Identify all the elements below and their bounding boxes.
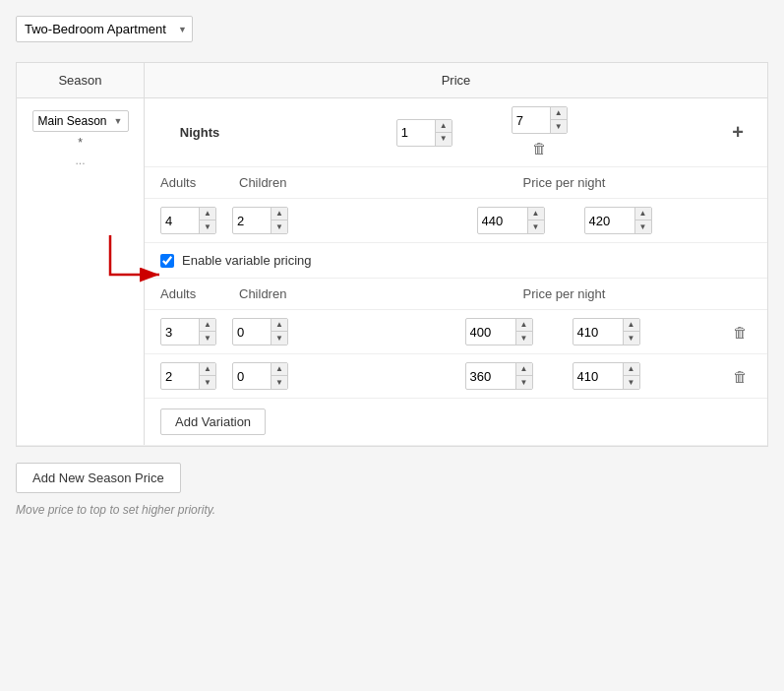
var-adults-label: Adults: [160, 286, 239, 301]
var-0-ac: ▲ ▼ ▲ ▼: [160, 318, 377, 346]
nights-max-up[interactable]: ▲: [551, 107, 567, 120]
page-container: Two-Bedroom Apartment One-Bedroom Apartm…: [16, 16, 768, 517]
nights-min-spinner[interactable]: ▲ ▼: [396, 119, 452, 147]
var-1-adults-input[interactable]: [161, 366, 199, 387]
var-0-price2-input[interactable]: [573, 322, 623, 343]
add-nights-range-button[interactable]: +: [724, 121, 752, 144]
var-0-adults-spinner[interactable]: ▲ ▼: [160, 318, 216, 346]
var-1-price2-down[interactable]: ▼: [624, 376, 639, 389]
price-per-night-label: Price per night: [377, 175, 752, 190]
base-children-spinner[interactable]: ▲ ▼: [232, 207, 288, 234]
var-0-price2-down[interactable]: ▼: [624, 332, 639, 345]
hint-text: Move price to top to set higher priority…: [16, 503, 768, 517]
var-0-adults-down[interactable]: ▼: [200, 332, 215, 345]
nights-min-input[interactable]: [397, 122, 435, 143]
base-children-input[interactable]: [233, 211, 271, 231]
base-children-spinners: ▲ ▼: [271, 208, 287, 233]
season-dropdown[interactable]: Main Season: [32, 110, 129, 132]
var-1-adults-down[interactable]: ▼: [200, 376, 215, 389]
base-price2-spinner[interactable]: ▲ ▼: [584, 207, 652, 234]
base-price2-down[interactable]: ▼: [635, 220, 651, 233]
add-variation-button[interactable]: Add Variation: [160, 408, 266, 435]
base-price-inputs: ▲ ▼ ▲ ▼: [377, 207, 752, 234]
var-1-delete-button[interactable]: 🗑: [729, 366, 752, 387]
nights-delete-button[interactable]: 🗑: [528, 138, 551, 158]
ac-header-labels: Adults Children: [160, 175, 377, 190]
var-0-price1-input[interactable]: [466, 322, 515, 343]
var-1-adults-spinners: ▲ ▼: [199, 363, 215, 389]
var-1-children-down[interactable]: ▼: [271, 376, 287, 389]
base-price2-input[interactable]: [585, 211, 634, 231]
season-dropdown-wrap: Main Season: [32, 110, 129, 132]
base-adults-up[interactable]: ▲: [200, 208, 215, 220]
var-0-adults-spinners: ▲ ▼: [199, 319, 215, 345]
var-0-price1-down[interactable]: ▼: [516, 332, 532, 345]
season-right: Nights ▲ ▼: [145, 98, 767, 445]
var-1-children-input[interactable]: [233, 366, 271, 387]
base-values-row: ▲ ▼ ▲ ▼: [145, 199, 767, 243]
var-0-price2-up[interactable]: ▲: [624, 319, 639, 332]
base-adults-input[interactable]: [161, 211, 199, 231]
main-table-container: Season Price Main Season * ... Nights: [16, 62, 768, 447]
children-label: Children: [239, 175, 337, 190]
season-left: Main Season * ...: [17, 98, 145, 445]
var-1-price1-input[interactable]: [466, 366, 515, 387]
nights-max-spinner[interactable]: ▲ ▼: [512, 106, 568, 134]
var-1-children-spinner[interactable]: ▲ ▼: [232, 362, 288, 390]
var-0-delete-wrap: 🗑: [728, 322, 752, 343]
var-0-children-down[interactable]: ▼: [271, 332, 287, 345]
var-1-price1-down[interactable]: ▼: [516, 376, 532, 389]
add-variation-section: Add Variation: [145, 399, 767, 445]
season-dots: ...: [75, 154, 85, 167]
table-header: Season Price: [17, 63, 767, 98]
base-price1-down[interactable]: ▼: [528, 220, 544, 233]
var-0-children-input[interactable]: [233, 322, 271, 343]
var-1-price2-spinner[interactable]: ▲ ▼: [573, 362, 640, 390]
apartment-dropdown-wrap: Two-Bedroom Apartment One-Bedroom Apartm…: [16, 16, 193, 42]
var-1-prices: ▲ ▼ ▲ ▼: [377, 362, 728, 390]
apartment-dropdown[interactable]: Two-Bedroom Apartment One-Bedroom Apartm…: [16, 16, 193, 42]
base-adults-down[interactable]: ▼: [200, 220, 215, 233]
base-adults-spinner[interactable]: ▲ ▼: [160, 207, 216, 234]
var-0-delete-button[interactable]: 🗑: [729, 322, 752, 343]
base-price1-input[interactable]: [478, 211, 527, 231]
var-1-ac: ▲ ▼ ▲ ▼: [160, 362, 377, 390]
var-1-adults-up[interactable]: ▲: [200, 363, 215, 376]
base-price2-spinners: ▲ ▼: [634, 208, 651, 233]
nights-section: Nights ▲ ▼: [145, 98, 767, 167]
nights-label: Nights: [160, 125, 239, 140]
var-1-adults-spinner[interactable]: ▲ ▼: [160, 362, 216, 390]
var-1-price2-up[interactable]: ▲: [624, 363, 639, 376]
var-0-children-up[interactable]: ▲: [271, 319, 287, 332]
var-0-price1-up[interactable]: ▲: [516, 319, 532, 332]
nights-range: ▲ ▼ ▲ ▼ 🗑: [255, 106, 708, 158]
var-0-price2-spinner[interactable]: ▲ ▼: [573, 318, 640, 346]
var-1-price2-input[interactable]: [573, 366, 623, 387]
variation-row-0: ▲ ▼ ▲ ▼: [145, 310, 767, 354]
var-children-label: Children: [239, 286, 337, 301]
base-price2-up[interactable]: ▲: [635, 208, 651, 220]
base-price1-spinner[interactable]: ▲ ▼: [477, 207, 545, 234]
variation-row-1: ▲ ▼ ▲ ▼: [145, 354, 767, 399]
var-1-price1-spinner[interactable]: ▲ ▼: [465, 362, 533, 390]
var-0-price1-spinner[interactable]: ▲ ▼: [465, 318, 533, 346]
base-children-down[interactable]: ▼: [271, 220, 287, 233]
var-1-children-up[interactable]: ▲: [271, 363, 287, 376]
nights-max-down[interactable]: ▼: [551, 120, 567, 133]
var-0-children-spinners: ▲ ▼: [271, 319, 287, 345]
var-0-adults-input[interactable]: [161, 322, 199, 343]
base-children-up[interactable]: ▲: [271, 208, 287, 220]
ac-header-row: Adults Children Price per night: [145, 167, 767, 199]
nights-max-col: ▲ ▼ 🗑: [512, 106, 568, 158]
var-1-price1-up[interactable]: ▲: [516, 363, 532, 376]
var-1-price2-spinners: ▲ ▼: [623, 363, 639, 389]
add-season-wrap: Add New Season Price: [16, 463, 768, 503]
nights-min-up[interactable]: ▲: [436, 120, 452, 133]
var-0-adults-up[interactable]: ▲: [200, 319, 215, 332]
nights-max-input[interactable]: [513, 110, 550, 131]
enable-variable-checkbox[interactable]: [160, 254, 174, 268]
base-price1-up[interactable]: ▲: [528, 208, 544, 220]
var-0-children-spinner[interactable]: ▲ ▼: [232, 318, 288, 346]
add-season-price-button[interactable]: Add New Season Price: [16, 463, 181, 493]
nights-min-down[interactable]: ▼: [436, 133, 452, 146]
